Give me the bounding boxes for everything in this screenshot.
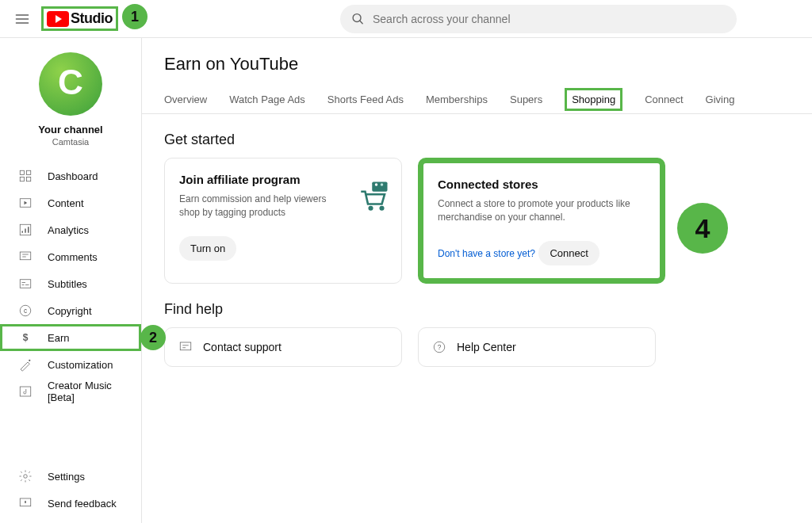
contact-support-label: Contact support xyxy=(203,341,282,353)
svg-text:$: $ xyxy=(23,332,29,343)
earn-icon: $ xyxy=(17,330,33,345)
sidebar-item-customization[interactable]: Customization xyxy=(0,351,141,378)
sidebar-item-copyright[interactable]: c Copyright xyxy=(0,297,141,324)
tab-shorts-feed-ads[interactable]: Shorts Feed Ads xyxy=(327,86,404,113)
annotation-step-2: 2 xyxy=(140,325,166,350)
sidebar-item-label: Comments xyxy=(48,251,98,263)
channel-name-label: Camtasia xyxy=(52,137,89,147)
analytics-icon xyxy=(17,222,33,238)
sidebar-item-earn[interactable]: $ Earn 2 xyxy=(0,324,141,351)
tab-memberships[interactable]: Memberships xyxy=(426,86,488,113)
svg-point-17 xyxy=(375,183,378,186)
shopping-cart-icon xyxy=(357,179,390,212)
feedback-icon xyxy=(17,495,33,511)
sidebar-item-creator-music[interactable]: Creator Music [Beta] xyxy=(0,378,141,405)
no-store-link[interactable]: Don't have a store yet? xyxy=(438,248,535,259)
tab-connect[interactable]: Connect xyxy=(645,86,683,113)
sidebar-item-label: Settings xyxy=(48,471,85,483)
stores-title: Connected stores xyxy=(438,178,645,191)
svg-rect-8 xyxy=(20,280,31,288)
help-center-button[interactable]: ? Help Center xyxy=(418,327,656,367)
sidebar-item-label: Earn xyxy=(48,332,69,344)
brand-label: Studio xyxy=(71,10,113,27)
contact-support-button[interactable]: Contact support xyxy=(164,327,402,367)
tab-watch-page-ads[interactable]: Watch Page Ads xyxy=(229,86,305,113)
channel-header: C Your channel Camtasia xyxy=(0,52,141,147)
svg-rect-4 xyxy=(27,178,31,181)
help-center-label: Help Center xyxy=(457,341,516,353)
sidebar-item-content[interactable]: Content xyxy=(0,189,141,216)
affiliate-card: Join affiliate program Earn commission a… xyxy=(164,158,402,284)
find-help-heading: Find help xyxy=(164,301,790,318)
main-content: Earn on YouTube Overview Watch Page Ads … xyxy=(141,38,812,523)
sidebar-item-settings[interactable]: Settings xyxy=(0,463,141,490)
stores-desc: Connect a store to promote your products… xyxy=(438,197,644,225)
svg-text:?: ? xyxy=(438,344,442,351)
comments-icon xyxy=(17,249,33,265)
svg-rect-13 xyxy=(20,387,31,396)
svg-rect-3 xyxy=(20,178,24,181)
search-bar[interactable] xyxy=(340,5,737,33)
sidebar-item-label: Dashboard xyxy=(48,170,98,182)
affiliate-title: Join affiliate program xyxy=(179,173,387,186)
svg-point-14 xyxy=(24,475,28,479)
chat-icon xyxy=(178,339,193,355)
svg-rect-2 xyxy=(27,170,31,174)
svg-point-19 xyxy=(368,206,373,211)
sidebar-item-subtitles[interactable]: Subtitles xyxy=(0,270,141,297)
youtube-play-icon xyxy=(47,11,69,27)
svg-point-18 xyxy=(381,183,384,186)
content-icon xyxy=(17,195,33,211)
get-started-heading: Get started xyxy=(164,132,790,148)
sidebar-item-label: Subtitles xyxy=(48,278,87,290)
tab-shopping[interactable]: Shopping xyxy=(565,88,622,111)
sidebar: C Your channel Camtasia Dashboard Conten… xyxy=(0,38,141,523)
tab-supers[interactable]: Supers xyxy=(510,86,542,113)
connect-button[interactable]: Connect xyxy=(538,241,599,265)
channel-avatar[interactable]: C xyxy=(39,52,102,116)
svg-rect-21 xyxy=(180,342,191,350)
dashboard-icon xyxy=(17,168,33,184)
sidebar-item-label: Content xyxy=(48,197,84,209)
studio-logo[interactable]: Studio 1 xyxy=(41,6,118,31)
page-title: Earn on YouTube xyxy=(164,54,790,74)
subtitles-icon xyxy=(17,276,33,292)
menu-icon xyxy=(14,11,30,27)
customization-icon xyxy=(17,357,33,372)
sidebar-item-label: Analytics xyxy=(48,224,89,236)
annotation-step-4: 4 xyxy=(677,203,728,254)
svg-rect-7 xyxy=(20,252,31,260)
connected-stores-card: Connected stores Connect a store to prom… xyxy=(418,158,665,284)
help-icon: ? xyxy=(431,339,447,355)
tab-overview[interactable]: Overview xyxy=(164,86,207,113)
svg-point-20 xyxy=(379,206,384,211)
sidebar-item-analytics[interactable]: Analytics xyxy=(0,216,141,243)
sidebar-item-label: Send feedback xyxy=(48,498,117,510)
svg-rect-16 xyxy=(372,182,387,192)
your-channel-label: Your channel xyxy=(38,124,102,136)
sidebar-item-dashboard[interactable]: Dashboard xyxy=(0,162,141,189)
music-icon xyxy=(17,384,33,399)
svg-text:c: c xyxy=(24,307,27,315)
hamburger-menu-button[interactable] xyxy=(13,10,32,29)
settings-icon xyxy=(17,468,33,484)
sidebar-item-feedback[interactable]: Send feedback xyxy=(0,490,141,517)
svg-point-12 xyxy=(29,360,30,361)
sidebar-item-comments[interactable]: Comments xyxy=(0,243,141,270)
sidebar-item-label: Copyright xyxy=(48,305,92,317)
sidebar-item-label: Creator Music [Beta] xyxy=(48,380,141,403)
affiliate-desc: Earn commission and help viewers shop by… xyxy=(179,193,346,220)
search-input[interactable] xyxy=(373,13,726,25)
search-icon xyxy=(351,12,365,26)
tab-giving[interactable]: Giving xyxy=(706,86,735,113)
earn-tabs: Overview Watch Page Ads Shorts Feed Ads … xyxy=(142,86,812,114)
topbar: Studio 1 xyxy=(0,0,812,38)
copyright-icon: c xyxy=(17,303,33,319)
sidebar-item-label: Customization xyxy=(48,359,113,371)
turn-on-button[interactable]: Turn on xyxy=(179,236,236,261)
annotation-step-1: 1 xyxy=(122,4,147,29)
svg-rect-1 xyxy=(20,170,24,174)
